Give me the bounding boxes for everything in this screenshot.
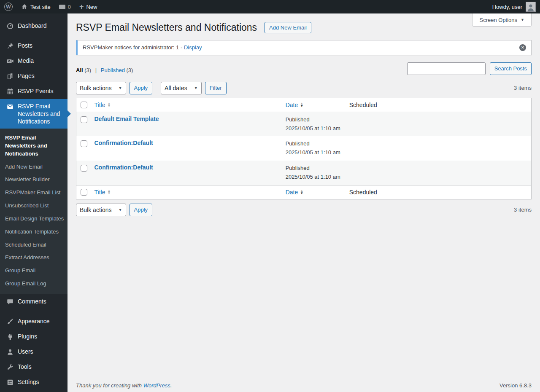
sidebar-item-label: Settings — [18, 378, 39, 386]
sidebar-item-rsvp-events[interactable]: RSVP Events — [0, 84, 68, 99]
sidebar-item-posts[interactable]: Posts — [0, 38, 68, 54]
admin-footer: Thank you for creating with WordPress. V… — [76, 382, 532, 389]
search-input[interactable] — [407, 62, 486, 75]
site-name-link[interactable]: Test site — [17, 0, 55, 13]
howdy-label: Howdy, user — [492, 4, 522, 10]
wordpress-logo-menu[interactable]: W — [0, 0, 17, 13]
search-posts-button[interactable]: Search Posts — [490, 62, 532, 75]
bulk-actions-select[interactable]: Bulk actions ▾ — [76, 82, 126, 94]
submenu-item-group-email-log[interactable]: Group Email Log — [0, 277, 68, 290]
pin-icon — [6, 42, 14, 50]
filter-button[interactable]: Filter — [205, 82, 227, 94]
post-date: 2025/10/05 at 1:10 am — [286, 124, 341, 133]
sidebar-item-settings[interactable]: Settings — [0, 375, 68, 390]
sort-indicator-icon: ▲▼ — [300, 190, 303, 195]
collapse-menu-button[interactable]: Collapse Menu — [0, 390, 68, 392]
sidebar-item-label: Media — [18, 57, 34, 64]
appearance-icon — [6, 317, 14, 326]
sidebar-item-label: Plugins — [18, 333, 37, 340]
sidebar-item-plugins[interactable]: Plugins — [0, 329, 68, 344]
avatar — [526, 2, 536, 12]
all-dates-select[interactable]: All dates ▾ — [161, 82, 202, 94]
settings-icon — [6, 378, 14, 387]
comments-admin-bar-link[interactable]: 0 — [55, 0, 75, 13]
email-icon — [6, 102, 14, 111]
filter-published-link[interactable]: Published — [101, 67, 125, 73]
sidebar-item-appearance[interactable]: Appearance — [0, 314, 68, 329]
chevron-down-icon: ▾ — [119, 86, 121, 90]
header-cell-checkbox — [76, 98, 90, 112]
bulk-actions-select-bottom[interactable]: Bulk actions ▾ — [76, 204, 126, 216]
post-date: 2025/10/05 at 1:10 am — [286, 173, 341, 182]
footer-cell-title: Title ▲▼ — [90, 185, 281, 199]
submenu-item-scheduled-email[interactable]: Scheduled Email — [0, 239, 68, 252]
chevron-down-icon: ▾ — [195, 86, 197, 90]
filter-all-link[interactable]: All — [76, 67, 83, 73]
date-column-label: Date — [286, 102, 298, 108]
submenu-item-notification-templates[interactable]: Notification Templates — [0, 226, 68, 239]
sidebar-item-users[interactable]: Users — [0, 344, 68, 360]
posts-list-table: Title ▲▼ Date ▲▼ Scheduled — [76, 98, 532, 199]
post-status-filters: All (3) | Published (3) — [76, 67, 133, 75]
select-all-checkbox[interactable] — [81, 189, 87, 196]
add-new-email-button[interactable]: Add New Email — [265, 22, 311, 33]
apply-button[interactable]: Apply — [130, 82, 153, 94]
sort-by-title-link[interactable]: Title ▲▼ — [94, 102, 111, 108]
submenu-item-unsubscribed-list[interactable]: Unsubscribed List — [0, 199, 68, 212]
submenu-item-group-email[interactable]: Group Email — [0, 264, 68, 277]
screen-options-tab[interactable]: Screen Options ▼ — [472, 13, 532, 27]
submenu-item-add-new-email[interactable]: Add New Email — [0, 161, 68, 174]
submenu-item-newsletter-builder[interactable]: Newsletter Builder — [0, 173, 68, 186]
sidebar-item-pages[interactable]: Pages — [0, 69, 68, 84]
dismiss-notice-icon[interactable]: ✕ — [519, 44, 526, 51]
notice-display-link[interactable]: Display — [184, 44, 202, 51]
admin-notice: RSVPMaker notices for administrator: 1 -… — [76, 40, 532, 55]
sidebar-item-label: Tools — [18, 363, 32, 371]
row-checkbox[interactable] — [81, 116, 87, 123]
items-count: 3 items — [514, 85, 532, 91]
post-date: 2025/10/05 at 1:10 am — [286, 148, 341, 157]
new-content-menu[interactable]: + New — [75, 0, 102, 13]
wordpress-footer-link[interactable]: WordPress — [143, 382, 170, 389]
scheduled-cell — [345, 112, 532, 136]
filter-all-count: (3) — [84, 67, 91, 73]
current-menu-arrow — [68, 110, 71, 117]
select-all-checkbox[interactable] — [81, 102, 87, 108]
title-column-label: Title — [94, 189, 105, 196]
version-label: Version 6.8.3 — [500, 382, 532, 389]
bulk-actions-selected-value: Bulk actions — [80, 85, 111, 91]
sort-by-date-link[interactable]: Date ▲▼ — [286, 102, 304, 108]
sidebar-item-label: Appearance — [18, 317, 50, 325]
sidebar-item-label: Comments — [18, 298, 46, 305]
users-icon — [6, 348, 14, 356]
my-account-menu[interactable]: Howdy, user — [488, 0, 540, 13]
footer-cell-scheduled: Scheduled — [345, 185, 532, 199]
chevron-down-icon: ▾ — [119, 207, 121, 212]
sort-indicator-icon: ▲▼ — [300, 102, 303, 107]
sidebar-item-tools[interactable]: Tools — [0, 360, 68, 375]
comment-bubble-icon — [59, 5, 65, 9]
sidebar-item-comments[interactable]: Comments — [0, 294, 68, 309]
row-checkbox[interactable] — [81, 140, 87, 147]
post-title-link[interactable]: Confirmation:Default — [94, 140, 153, 146]
apply-button-bottom[interactable]: Apply — [130, 204, 153, 216]
filter-separator: | — [95, 67, 97, 73]
submenu-item-email-design-templates[interactable]: Email Design Templates — [0, 212, 68, 226]
dashboard-icon — [6, 22, 14, 30]
media-icon — [6, 57, 14, 65]
post-title-link[interactable]: Confirmation:Default — [94, 164, 153, 171]
post-title-link[interactable]: Default Email Template — [94, 115, 159, 122]
sidebar-item-media[interactable]: Media — [0, 54, 68, 69]
items-count: 3 items — [514, 207, 532, 213]
footer-cell-date: Date ▲▼ — [281, 185, 345, 199]
row-checkbox[interactable] — [81, 165, 87, 172]
sidebar-item-dashboard[interactable]: Dashboard — [0, 19, 68, 34]
sidebar-item-rsvp-email-newsletters[interactable]: RSVP Email Newsletters and Notifications — [0, 99, 68, 129]
sort-indicator-icon: ▲▼ — [107, 102, 111, 107]
sort-by-title-link[interactable]: Title ▲▼ — [94, 189, 111, 196]
submenu-item-rsvpmaker-email-list[interactable]: RSVPMaker Email List — [0, 186, 68, 199]
sort-by-date-link[interactable]: Date ▲▼ — [286, 189, 304, 196]
admin-bar: W Test site 0 + New Howdy, user — [0, 0, 540, 13]
submenu-item-rsvp-email-newsletters[interactable]: RSVP Email Newsletters and Notifications — [0, 132, 68, 161]
submenu-item-extract-addresses[interactable]: Extract Addresses — [0, 251, 68, 264]
